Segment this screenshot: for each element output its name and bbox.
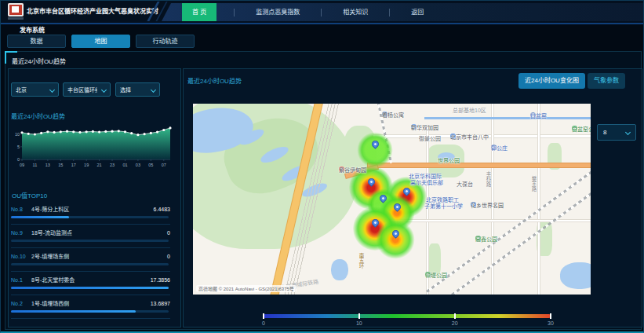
site-name: 1号-填埋场西侧: [31, 299, 151, 307]
map-label: 北京市丰台八中: [450, 134, 456, 139]
svg-text:17: 17: [71, 163, 76, 167]
table-row: No.18号-北天堂村委会17.3856: [11, 272, 170, 295]
map-pin-icon[interactable]: [366, 177, 377, 187]
map-label: 看杨公寓: [382, 112, 387, 117]
map-label-text: 新华双加园: [411, 123, 438, 131]
map-label-text: 南五环: [357, 253, 365, 269]
nav-separator: [234, 9, 235, 16]
site-name: 2号-填埋场东侧: [31, 252, 167, 260]
svg-text:5: 5: [17, 145, 20, 149]
nav-item-3[interactable]: 相关知识: [333, 3, 378, 21]
map-label-text: 子弟第十一小学: [424, 202, 463, 210]
publish-tabs: 数据地图行动轨迹: [7, 35, 195, 48]
legend-tick-label: 0: [262, 320, 265, 326]
legend-marker: [358, 313, 360, 319]
map-label-text: 樊羊路: [529, 176, 537, 192]
map-label-text: 看杨公寓: [382, 111, 404, 119]
table-row: No.102号-填埋场东侧0: [11, 248, 170, 272]
legend-tick-label: 20: [452, 320, 458, 326]
site-select[interactable]: 选择: [115, 82, 160, 97]
map-label-text: 北京市丰台八中: [450, 133, 489, 141]
map-label-text: 紫谷伊甸园: [339, 166, 366, 174]
tab-2[interactable]: 地图: [71, 35, 130, 48]
site-name: 18号-流动监测点: [31, 229, 167, 236]
nav-item-4[interactable]: 返回: [401, 3, 434, 21]
top-bar: 北京市丰台区循环经济产业园大气恶臭状况实时 首 页监测点恶臭指数相关知识返回: [1, 1, 643, 24]
map-view-button-1[interactable]: 近24小时OU变化图: [518, 73, 585, 89]
app-window: 北京市丰台区循环经济产业园大气恶臭状况实时 首 页监测点恶臭指数相关知识返回 发…: [0, 0, 644, 333]
map-pin-icon[interactable]: [391, 229, 401, 239]
map-pin-icon[interactable]: [378, 193, 388, 203]
tab-3[interactable]: 行动轨迹: [136, 35, 195, 48]
svg-text:13: 13: [45, 163, 50, 167]
map-panel-buttons: 近24小时OU变化图气象参数: [518, 73, 625, 89]
progress-track: [11, 263, 169, 265]
svg-text:03: 03: [136, 163, 140, 167]
map-label: 郭公庄: [491, 145, 497, 150]
rank-row-text: No.21号-填埋场西侧13.6897: [11, 295, 170, 307]
svg-text:19: 19: [84, 163, 89, 167]
map-label: 高鑫公园: [475, 236, 481, 241]
nav-item-1[interactable]: 首 页: [182, 3, 216, 21]
map-label: 领堤公园: [425, 272, 431, 277]
map-label-text: 丰科路: [484, 171, 492, 187]
nav-separator: [321, 9, 322, 16]
rank-row-text: No.102号-填埋场东侧0: [11, 248, 170, 260]
app-logo-icon: [8, 3, 24, 16]
map-label-text: 总部基地10区: [453, 106, 486, 114]
svg-text:10: 10: [15, 132, 20, 137]
outer-panel-title: 最近24小时OU趋势: [12, 57, 66, 65]
svg-text:11: 11: [33, 163, 38, 167]
legend-marker: [454, 313, 456, 319]
svg-text:05: 05: [148, 163, 153, 167]
ou-value: 0: [167, 230, 170, 236]
rank-label: No.1: [11, 277, 31, 283]
map-pin-icon[interactable]: [402, 186, 412, 196]
svg-text:07: 07: [162, 163, 166, 167]
svg-text:01: 01: [122, 163, 127, 167]
tab-1[interactable]: 数据: [7, 35, 66, 48]
chevron-down-icon: [101, 86, 107, 92]
svg-text:09: 09: [20, 163, 24, 167]
chevron-down-icon: [49, 86, 55, 92]
legend-marker: [263, 313, 264, 319]
district-select-value: 丰台区循环经济产: [67, 86, 97, 93]
nav-item-2[interactable]: 监测点恶臭指数: [246, 3, 310, 21]
table-row: No.84号-筛分上料区6.4483: [11, 201, 170, 225]
svg-text:0: 0: [17, 157, 20, 162]
legend-marker: [550, 313, 551, 319]
ou-value: 0: [167, 254, 170, 259]
publish-system-label: 发布系统: [20, 25, 45, 34]
chevron-down-icon: [151, 86, 156, 92]
heat-blob: [376, 220, 415, 259]
rank-label: No.2: [11, 301, 31, 306]
ou-ranking-list: No.84号-筛分上料区6.4483No.918号-流动监测点0No.102号-…: [11, 201, 170, 319]
map-label-text: 高尔夫俱乐部: [410, 178, 443, 186]
ou-value: 13.6897: [151, 301, 170, 306]
map-pin-icon[interactable]: [370, 139, 380, 149]
ou-value: 6.4483: [154, 207, 170, 212]
app-logo-caption: [8, 17, 24, 20]
svg-text:23: 23: [110, 163, 115, 167]
heat-blob: [353, 207, 397, 251]
rank-row-text: No.18号-北天堂村委会17.3856: [11, 272, 170, 284]
site-name: 8号-北天堂村委会: [31, 276, 151, 284]
map-pin-icon[interactable]: [370, 218, 380, 228]
map-label: 白盆窑: [530, 112, 536, 118]
heatmap-map[interactable]: 看杨公寓新华双加园总部基地10区北京市丰台八中白盆窑白盆窑公园郭公庄御景公园世界…: [193, 104, 591, 295]
hour-select[interactable]: 8: [597, 124, 636, 141]
map-panel-title: 最近24小时OU趋势: [187, 76, 242, 85]
map-pin-icon[interactable]: [392, 202, 402, 212]
progress-track: [11, 216, 169, 218]
trend-chart-title: 最近24小时OU趋势: [11, 112, 65, 120]
legend-gradient-bar: [264, 314, 551, 318]
site-select-value: 选择: [120, 86, 131, 93]
rank-row-text: No.918号-流动监测点0: [11, 225, 170, 236]
city-select[interactable]: 北京: [11, 82, 59, 97]
map-label-text: 御景公园: [419, 134, 441, 142]
ou-value: 17.3856: [151, 277, 170, 283]
site-name: 4号-筛分上料区: [31, 205, 154, 213]
rank-row-text: No.84号-筛分上料区6.4483: [11, 201, 170, 213]
map-view-button-2[interactable]: 气象参数: [588, 73, 625, 89]
district-select[interactable]: 丰台区循环经济产: [63, 82, 111, 97]
